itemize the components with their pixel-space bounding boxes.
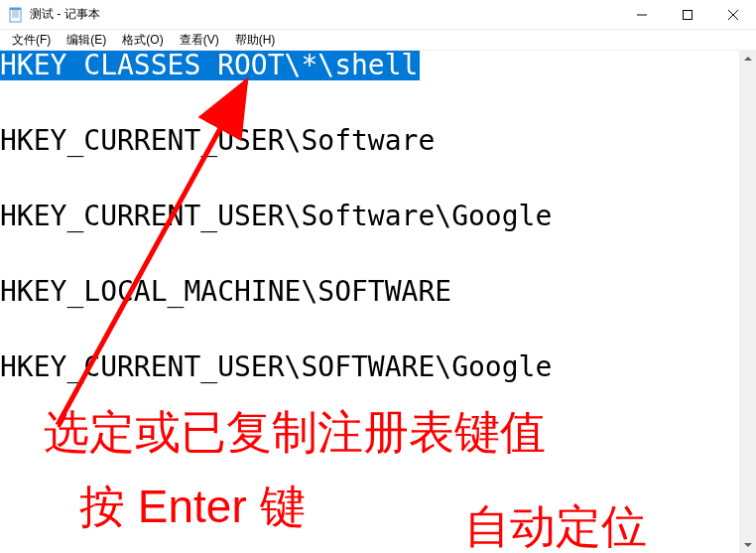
maximize-button[interactable] — [665, 0, 710, 30]
selected-text: HKEY_CLASSES_ROOT\*\shell — [0, 51, 420, 80]
scrollbar-up-button[interactable] — [739, 50, 756, 67]
text-line-3: HKEY_CURRENT_USER\Software\Google — [0, 202, 756, 231]
svg-rect-5 — [10, 8, 21, 10]
text-line-2: HKEY_CURRENT_USER\Software — [0, 126, 756, 156]
menu-format[interactable]: 格式(O) — [114, 30, 171, 51]
window-title: 测试 - 记事本 — [30, 6, 100, 23]
svg-marker-10 — [744, 57, 752, 61]
svg-rect-7 — [684, 10, 693, 19]
title-bar: 测试 - 记事本 — [0, 0, 756, 30]
menu-help[interactable]: 帮助(H) — [227, 30, 284, 51]
scrollbar-down-button[interactable] — [739, 536, 756, 553]
minimize-button[interactable] — [619, 0, 665, 30]
close-button[interactable] — [710, 0, 756, 30]
text-line-5: HKEY_CURRENT_USER\SOFTWARE\Google — [0, 352, 756, 382]
menu-edit[interactable]: 编辑(E) — [59, 30, 114, 51]
menu-file[interactable]: 文件(F) — [4, 30, 59, 51]
text-line-1: HKEY_CLASSES_ROOT\*\shell — [0, 51, 756, 80]
notepad-icon — [8, 7, 24, 23]
text-editor-content[interactable]: HKEY_CLASSES_ROOT\*\shell HKEY_CURRENT_U… — [0, 50, 756, 553]
menu-bar: 文件(F) 编辑(E) 格式(O) 查看(V) 帮助(H) — [0, 30, 756, 50]
vertical-scrollbar[interactable] — [739, 50, 756, 553]
window-controls — [619, 0, 756, 30]
text-line-4: HKEY_LOCAL_MACHINE\SOFTWARE — [0, 277, 756, 307]
title-left: 测试 - 记事本 — [8, 6, 100, 23]
menu-view[interactable]: 查看(V) — [172, 30, 227, 51]
svg-marker-11 — [744, 543, 752, 547]
